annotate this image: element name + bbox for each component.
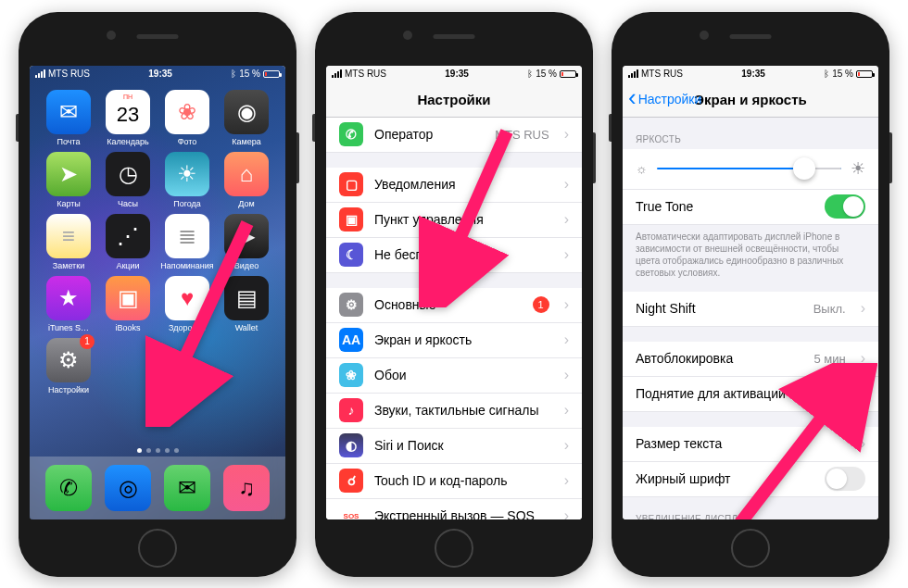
chevron-icon: ›: [564, 402, 569, 419]
app-Часы[interactable]: ◷Часы: [100, 152, 156, 208]
brightness-slider-row[interactable]: ☼ ☀: [623, 149, 878, 190]
row-icon: ♪: [339, 398, 363, 422]
app-Почта[interactable]: ✉Почта: [41, 90, 96, 146]
dock-app[interactable]: ✉: [164, 465, 210, 511]
status-bar: MTS RUS 19:35 ᛒ15 %: [30, 66, 285, 82]
row-Уведомления[interactable]: ▢Уведомления›: [326, 168, 582, 203]
chevron-icon: ›: [564, 507, 569, 519]
raise-toggle[interactable]: [825, 382, 865, 406]
row-Основные[interactable]: ⚙Основные1›: [326, 288, 582, 323]
bold-toggle[interactable]: [825, 467, 865, 491]
section-header-zoom: УВЕЛИЧЕНИЕ ДИСПЛЕЯ: [623, 497, 878, 519]
row-raise[interactable]: Поднятие для активации: [623, 377, 878, 412]
row-icon: ▢: [339, 172, 363, 196]
row-textsize[interactable]: Размер текста ›: [623, 427, 878, 462]
truetone-toggle[interactable]: [825, 194, 865, 219]
carrier-label: MTS RUS: [48, 69, 90, 79]
row-autolock[interactable]: Автоблокировка 5 мин ›: [623, 342, 878, 377]
sun-small-icon: ☼: [636, 161, 648, 176]
status-bar: MTS RUS 19:35 ᛒ15 %: [326, 66, 582, 82]
row-label: Обои: [374, 368, 549, 382]
bluetooth-icon: ᛒ: [527, 69, 533, 79]
row-label: Размер текста: [636, 436, 846, 451]
app-Заметки[interactable]: ≡Заметки: [41, 214, 96, 270]
row-nightshift[interactable]: Night Shift Выкл. ›: [623, 292, 878, 327]
row-Экран и яркость[interactable]: AAЭкран и яркость›: [326, 323, 582, 358]
carrier-label: MTS RUS: [641, 69, 683, 79]
app-Погода[interactable]: ☀Погода: [159, 152, 215, 208]
row-icon: SOS: [339, 504, 363, 519]
row-Siri и Поиск[interactable]: ◐Siri и Поиск›: [326, 429, 582, 464]
chevron-icon: ›: [564, 296, 569, 313]
section-header-brightness: ЯРКОСТЬ: [623, 118, 878, 149]
row-bold[interactable]: Жирный шрифт: [623, 462, 878, 497]
app-Фото[interactable]: ❀Фото: [159, 90, 215, 146]
row-icon: ▣: [339, 207, 363, 231]
row-label: Экран и яркость: [374, 332, 549, 347]
nav-title: Настройки: [417, 92, 490, 107]
bluetooth-icon: ᛒ: [824, 69, 829, 79]
row-truetone[interactable]: True Tone: [623, 190, 878, 225]
brightness-slider[interactable]: [657, 168, 841, 169]
row-icon: ✆: [339, 122, 363, 146]
truetone-footer: Автоматически адаптировать дисплей iPhon…: [623, 225, 878, 292]
back-button[interactable]: Настройки: [628, 92, 701, 106]
row-label: Основные: [374, 297, 522, 312]
chevron-icon: ›: [861, 435, 865, 452]
row-label: Оператор: [374, 127, 484, 142]
row-label: Touch ID и код-пароль: [374, 473, 549, 488]
row-Обои[interactable]: ❀Обои›: [326, 358, 582, 394]
chevron-icon: ›: [564, 332, 569, 348]
bluetooth-icon: ᛒ: [231, 69, 236, 79]
row-label: Поднятие для активации: [636, 386, 813, 401]
battery-icon: [263, 70, 280, 78]
app-Видео[interactable]: ▶Видео: [219, 214, 274, 270]
row-Экстренный вызов — SOS[interactable]: SOSЭкстренный вызов — SOS›: [326, 499, 582, 519]
row-Не беспокоить[interactable]: ☾Не беспокоить›: [326, 238, 582, 273]
clock-label: 19:35: [445, 69, 469, 79]
app-Камера[interactable]: ◉Камера: [219, 90, 274, 146]
row-Пункт управления[interactable]: ▣Пункт управления›: [326, 203, 582, 238]
app-Акции[interactable]: ⋰Акции: [100, 214, 156, 270]
app-iBooks[interactable]: ▣iBooks: [100, 276, 156, 332]
chevron-icon: ›: [564, 437, 569, 454]
app-iTunes S…[interactable]: ★iTunes S…: [41, 276, 96, 332]
app-Wallet[interactable]: ▤Wallet: [219, 276, 274, 332]
row-value: 5 мин: [813, 352, 845, 366]
chevron-icon: ›: [564, 211, 569, 228]
chevron-icon: ›: [564, 246, 569, 263]
dock: ✆◎✉♫: [30, 457, 285, 519]
app-Настройки[interactable]: ⚙1Настройки: [41, 338, 96, 394]
dock-app[interactable]: ♫: [223, 465, 270, 511]
app-Напоминания[interactable]: ≣Напоминания: [159, 214, 215, 270]
row-icon: ☌: [339, 469, 363, 493]
row-Оператор[interactable]: ✆ОператорMTS RUS›: [326, 118, 582, 153]
row-value: MTS RUS: [495, 128, 549, 142]
row-Touch ID и код-пароль[interactable]: ☌Touch ID и код-пароль›: [326, 464, 582, 499]
home-screen: MTS RUS 19:35 ᛒ15 % ✉ПочтаПН23Календарь❀…: [30, 66, 285, 519]
home-button[interactable]: [138, 529, 177, 568]
row-label: True Tone: [636, 199, 813, 214]
signal-icon: [628, 69, 638, 78]
app-Дом[interactable]: ⌂Дом: [219, 152, 274, 208]
row-label: Siri и Поиск: [374, 438, 549, 453]
chevron-icon: ›: [564, 472, 569, 489]
dock-app[interactable]: ✆: [45, 465, 92, 511]
chevron-icon: ›: [564, 126, 569, 143]
app-Календарь[interactable]: ПН23Календарь: [100, 90, 156, 146]
signal-icon: [332, 69, 342, 78]
row-badge: 1: [533, 296, 549, 313]
signal-icon: [35, 69, 45, 78]
row-label: Жирный шрифт: [636, 471, 813, 486]
app-Здоровье[interactable]: ♥Здоровье: [159, 276, 215, 332]
app-Карты[interactable]: ➤Карты: [41, 152, 96, 208]
clock-label: 19:35: [148, 69, 172, 79]
dock-app[interactable]: ◎: [105, 465, 151, 511]
row-icon: ⚙: [339, 293, 363, 317]
home-button[interactable]: [435, 529, 473, 568]
page-dots: [30, 448, 285, 453]
row-icon: ❀: [339, 363, 363, 387]
row-Звуки, тактильные сигналы[interactable]: ♪Звуки, тактильные сигналы›: [326, 394, 582, 429]
chevron-icon: ›: [861, 300, 865, 317]
home-button[interactable]: [731, 529, 770, 568]
